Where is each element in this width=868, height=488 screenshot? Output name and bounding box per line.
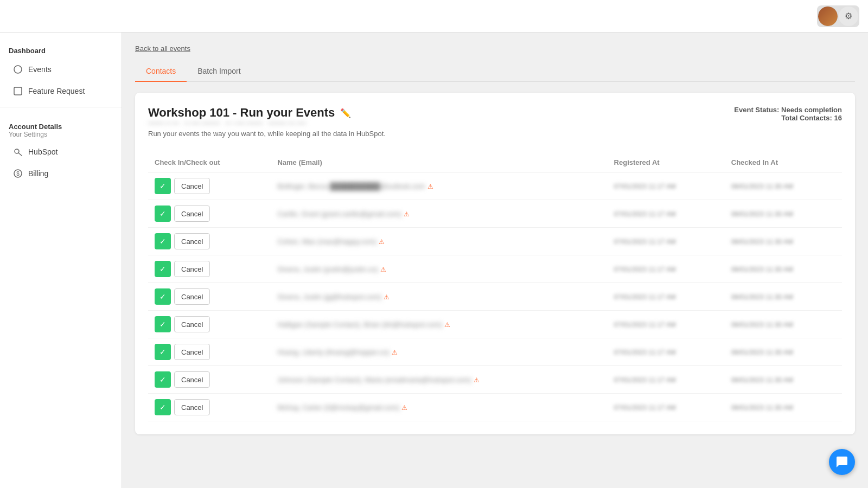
check-button-8[interactable]: ✓ bbox=[155, 399, 171, 415]
tabs: Contacts Batch Import bbox=[135, 61, 855, 82]
cancel-button-4[interactable]: Cancel bbox=[174, 288, 210, 305]
cancel-button-1[interactable]: Cancel bbox=[174, 206, 210, 222]
cancel-button-2[interactable]: Cancel bbox=[174, 233, 210, 249]
main-content: Back to all events Contacts Batch Import… bbox=[122, 33, 868, 488]
event-meta-3: •• • •••• ••••••• bbox=[226, 120, 263, 127]
content-area: Back to all events Contacts Batch Import… bbox=[122, 33, 868, 445]
registered-at-cell-0: 07/01/2023 11:17 AM bbox=[608, 172, 725, 200]
contact-name-6: Hoang, Liberty (lhoang@hopper.co) bbox=[277, 348, 389, 356]
cancel-button-6[interactable]: Cancel bbox=[174, 344, 210, 360]
contact-name-3: Givens, Justin (justin@justin.co) bbox=[277, 265, 378, 273]
check-button-6[interactable]: ✓ bbox=[155, 344, 171, 360]
check-button-1[interactable]: ✓ bbox=[155, 206, 171, 222]
event-description: Run your events the way you want to, whi… bbox=[148, 130, 386, 138]
back-to-events-link[interactable]: Back to all events bbox=[135, 44, 190, 53]
edit-icon[interactable]: ✏️ bbox=[340, 108, 351, 118]
check-button-4[interactable]: ✓ bbox=[155, 288, 171, 305]
settings-button[interactable]: ⚙ bbox=[839, 7, 858, 26]
checkedin-date-3: 08/01/2023 11:30 AM bbox=[731, 266, 793, 273]
tab-batch-import[interactable]: Batch Import bbox=[187, 61, 251, 82]
checked-in-cell-1: 08/01/2023 11:30 AM bbox=[725, 200, 842, 228]
check-button-3[interactable]: ✓ bbox=[155, 261, 171, 277]
contact-name-2: Cohen, Max (max@happy.com) bbox=[277, 237, 376, 246]
tab-contacts[interactable]: Contacts bbox=[135, 61, 187, 82]
contact-name-4: Givens, Justin (jg@hubspot.com) bbox=[277, 293, 381, 301]
registered-date-7: 07/01/2023 11:17 AM bbox=[614, 376, 676, 384]
cancel-button-3[interactable]: Cancel bbox=[174, 261, 210, 277]
check-button-7[interactable]: ✓ bbox=[155, 371, 171, 388]
sidebar-item-events[interactable]: Events bbox=[4, 59, 117, 80]
contact-name-1: Carillo, Grant (grant.carillo@gmail.com) bbox=[277, 210, 401, 218]
event-meta-2: •• •••• •••••••• bbox=[184, 120, 220, 127]
svg-line-11 bbox=[18, 153, 22, 156]
contact-warn-3: ⚠ bbox=[380, 266, 386, 273]
contact-name-cell-1: Carillo, Grant (grant.carillo@gmail.com)… bbox=[271, 200, 607, 228]
event-status-value: Needs completion bbox=[781, 106, 842, 114]
check-cancel-cell-5: ✓ Cancel bbox=[148, 311, 271, 338]
avatar[interactable] bbox=[818, 7, 838, 26]
checked-in-cell-7: 08/01/2023 11:30 AM bbox=[725, 366, 842, 394]
feature-request-label: Feature Request bbox=[28, 87, 85, 95]
cancel-button-8[interactable]: Cancel bbox=[174, 399, 210, 415]
account-titles: Account Details Your Settings bbox=[0, 118, 122, 140]
registered-at-cell-3: 07/01/2023 11:17 AM bbox=[608, 255, 725, 283]
checked-in-cell-2: 08/01/2023 11:30 AM bbox=[725, 228, 842, 255]
contact-warn-2: ⚠ bbox=[379, 238, 385, 246]
sidebar-item-feature-request[interactable]: Feature Request bbox=[4, 81, 117, 101]
table-row: ✓ Cancel Givens, Justin (justin@justin.c… bbox=[148, 255, 842, 283]
sidebar-body: Dashboard Events Feature Request Account… bbox=[0, 33, 122, 190]
svg-point-8 bbox=[14, 66, 22, 73]
account-details-title: Account Details bbox=[9, 123, 113, 131]
sidebar-divider bbox=[0, 107, 122, 107]
event-status-label: Event Status: bbox=[734, 106, 779, 114]
checkedin-date-2: 08/01/2023 11:30 AM bbox=[731, 238, 793, 246]
check-cancel-cell-0: ✓ Cancel bbox=[148, 172, 271, 200]
contact-warn-1: ⚠ bbox=[404, 210, 410, 218]
event-status: Event Status: Needs completion Total Con… bbox=[734, 106, 842, 122]
checked-in-cell-5: 08/01/2023 11:30 AM bbox=[725, 311, 842, 338]
event-card: Workshop 101 - Run your Events ✏️ ••••••… bbox=[135, 93, 855, 434]
total-contacts: Total Contacts: 16 bbox=[734, 114, 842, 122]
contact-name-cell-3: Givens, Justin (justin@justin.co)⚠ bbox=[271, 255, 607, 283]
checkedin-date-1: 08/01/2023 11:30 AM bbox=[731, 210, 793, 218]
cancel-button-0[interactable]: Cancel bbox=[174, 178, 210, 194]
table-head: Check In/Check out Name (Email) Register… bbox=[148, 153, 842, 172]
cancel-button-5[interactable]: Cancel bbox=[174, 316, 210, 332]
events-label: Events bbox=[28, 65, 52, 74]
event-meta-1: ••••••• •• ••• bbox=[148, 120, 179, 127]
event-meta: ••••••• •• ••• •• •••• •••••••• •• • •••… bbox=[148, 120, 386, 127]
checked-in-cell-4: 08/01/2023 11:30 AM bbox=[725, 283, 842, 311]
checkedin-date-0: 08/01/2023 11:30 AM bbox=[731, 183, 793, 190]
contact-name-cell-8: McKay, Carter (0@mckay@gmail.com)⚠ bbox=[271, 394, 607, 421]
checkedin-date-8: 08/01/2023 11:30 AM bbox=[731, 404, 793, 412]
table-row: ✓ Cancel Bollinger, Becca ██████████@out… bbox=[148, 172, 842, 200]
check-cancel-cell-2: ✓ Cancel bbox=[148, 228, 271, 255]
table-header-row: Check In/Check out Name (Email) Register… bbox=[148, 153, 842, 172]
contact-name-cell-6: Hoang, Liberty (lhoang@hopper.co)⚠ bbox=[271, 338, 607, 366]
cancel-button-7[interactable]: Cancel bbox=[174, 371, 210, 388]
registered-date-6: 07/01/2023 11:17 AM bbox=[614, 349, 676, 356]
check-cancel-cell-3: ✓ Cancel bbox=[148, 255, 271, 283]
checked-in-cell-8: 08/01/2023 11:30 AM bbox=[725, 394, 842, 421]
contact-name-8: McKay, Carter (0@mckay@gmail.com) bbox=[277, 403, 399, 412]
chat-bubble[interactable] bbox=[829, 449, 855, 475]
check-button-0[interactable]: ✓ bbox=[155, 178, 171, 194]
check-button-2[interactable]: ✓ bbox=[155, 233, 171, 249]
check-button-5[interactable]: ✓ bbox=[155, 316, 171, 332]
registered-at-cell-2: 07/01/2023 11:17 AM bbox=[608, 228, 725, 255]
check-cancel-cell-7: ✓ Cancel bbox=[148, 366, 271, 394]
check-cancel-cell-6: ✓ Cancel bbox=[148, 338, 271, 366]
contact-name-cell-4: Givens, Justin (jg@hubspot.com)⚠ bbox=[271, 283, 607, 311]
registered-date-8: 07/01/2023 11:17 AM bbox=[614, 404, 676, 412]
sidebar-item-hubspot[interactable]: HubSpot bbox=[4, 142, 117, 162]
billing-label: Billing bbox=[28, 169, 48, 178]
contact-name-0: Bollinger, Becca ██████████@outlook.com bbox=[277, 182, 425, 190]
contact-name-cell-2: Cohen, Max (max@happy.com)⚠ bbox=[271, 228, 607, 255]
svg-text:$: $ bbox=[16, 171, 20, 177]
contact-warn-8: ⚠ bbox=[401, 404, 407, 412]
registered-at-cell-4: 07/01/2023 11:17 AM bbox=[608, 283, 725, 311]
registered-date-2: 07/01/2023 11:17 AM bbox=[614, 238, 676, 246]
registered-at-cell-8: 07/01/2023 11:17 AM bbox=[608, 394, 725, 421]
table-row: ✓ Cancel Cohen, Max (max@happy.com)⚠07/0… bbox=[148, 228, 842, 255]
sidebar-item-billing[interactable]: $ Billing bbox=[4, 163, 117, 184]
